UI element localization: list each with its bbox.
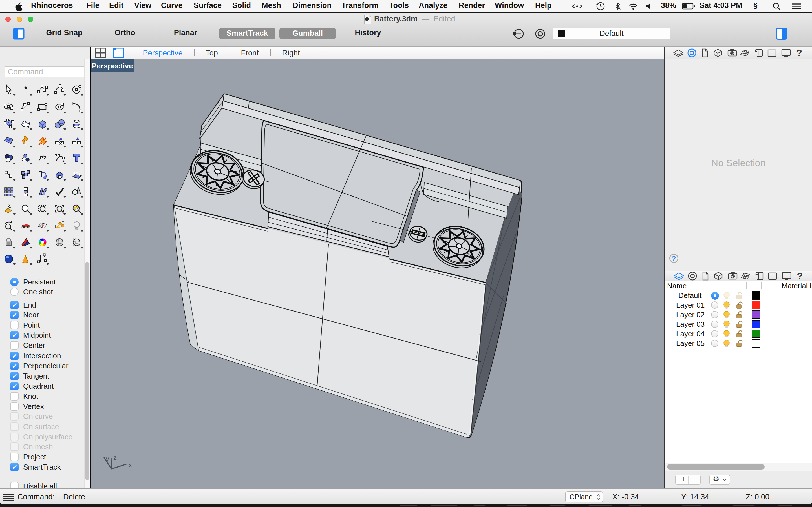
svg-text:?: ?	[797, 271, 803, 281]
svg-text:x: x	[129, 461, 132, 469]
svg-text:?: ?	[797, 47, 802, 58]
svg-text:z: z	[113, 453, 117, 461]
svg-text:y: y	[106, 455, 109, 462]
